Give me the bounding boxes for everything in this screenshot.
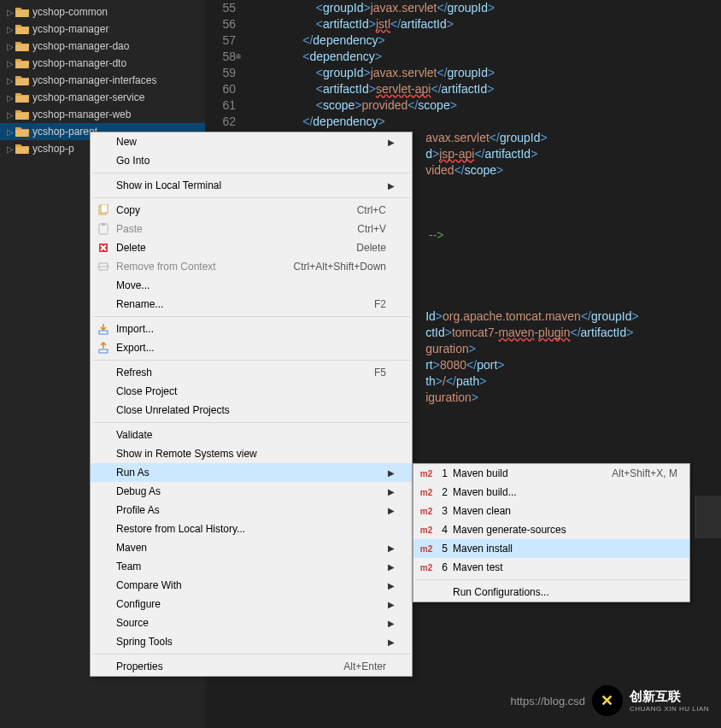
- menu-copy[interactable]: CopyCtrl+C: [91, 201, 412, 220]
- menu-profile-as[interactable]: Profile As▶: [91, 501, 412, 520]
- menu-item-label: Run As: [113, 467, 386, 478]
- tree-item-ycshop-manager-dao[interactable]: ▷ycshop-manager-dao: [0, 38, 205, 55]
- runas-maven-install[interactable]: m25Maven install: [413, 539, 689, 558]
- menu-run-as[interactable]: Run As▶: [91, 463, 412, 482]
- menu-item-label: Spring Tools: [113, 636, 386, 648]
- menu-item-label: Remove from Context: [113, 261, 294, 273]
- menu-close-project[interactable]: Close Project: [91, 382, 412, 401]
- runas-maven-generate-sources[interactable]: m24Maven generate-sources: [413, 520, 689, 539]
- submenu-arrow-icon: ▶: [386, 181, 395, 191]
- menu-show-in-local-terminal[interactable]: Show in Local Terminal▶: [91, 176, 412, 195]
- expand-arrow-icon[interactable]: ▷: [7, 59, 15, 68]
- menu-export-[interactable]: Export...: [91, 338, 412, 357]
- menu-item-label: Export...: [113, 342, 386, 354]
- run-configurations[interactable]: Run Configurations...: [413, 583, 689, 602]
- tree-item-label: ycshop-p: [32, 143, 74, 155]
- menu-import-[interactable]: Import...: [91, 320, 412, 338]
- menu-validate[interactable]: Validate: [91, 426, 412, 444]
- paste-icon: [94, 223, 113, 235]
- submenu-item-label: Maven test: [453, 561, 677, 573]
- menu-team[interactable]: Team▶: [91, 557, 412, 576]
- menu-item-label: Team: [113, 561, 386, 572]
- expand-arrow-icon[interactable]: ▷: [7, 25, 15, 34]
- menu-rename-[interactable]: Rename...F2: [91, 295, 412, 314]
- delete-icon: [94, 242, 113, 254]
- expand-arrow-icon[interactable]: ▷: [7, 42, 15, 51]
- menu-debug-as[interactable]: Debug As▶: [91, 482, 412, 501]
- remove-context-icon: [94, 261, 113, 273]
- menu-item-label: Debug As: [113, 485, 386, 497]
- tree-item-ycshop-common[interactable]: ▷ycshop-common: [0, 3, 205, 21]
- menu-item-shortcut: Delete: [356, 242, 386, 254]
- menu-source[interactable]: Source▶: [91, 614, 412, 632]
- expand-arrow-icon[interactable]: ▷: [7, 76, 15, 85]
- menu-item-shortcut: F5: [374, 367, 386, 379]
- menu-item-label: Rename...: [113, 298, 374, 310]
- menu-item-label: Refresh: [113, 367, 374, 379]
- menu-remove-from-context: Remove from ContextCtrl+Alt+Shift+Down: [91, 257, 412, 276]
- menu-item-shortcut: Ctrl+C: [357, 204, 386, 216]
- run-as-submenu[interactable]: m21Maven buildAlt+Shift+X, Mm22Maven bui…: [413, 463, 690, 602]
- menu-properties[interactable]: PropertiesAlt+Enter: [91, 657, 412, 676]
- runas-maven-build-[interactable]: m22Maven build...: [413, 483, 689, 502]
- menu-new[interactable]: New▶: [91, 132, 412, 151]
- expand-arrow-icon[interactable]: ▷: [7, 127, 15, 137]
- submenu-accelerator: 1: [436, 467, 448, 479]
- tree-item-label: ycshop-manager: [32, 23, 108, 35]
- menu-configure[interactable]: Configure▶: [91, 595, 412, 614]
- menu-maven[interactable]: Maven▶: [91, 538, 412, 557]
- tree-item-ycshop-manager-web[interactable]: ▷ycshop-manager-web: [0, 106, 205, 123]
- menu-show-in-remote-systems-view[interactable]: Show in Remote Systems view: [91, 444, 412, 463]
- menu-spring-tools[interactable]: Spring Tools▶: [91, 632, 412, 651]
- runas-maven-test[interactable]: m26Maven test: [413, 558, 689, 577]
- export-icon: [94, 342, 113, 354]
- tree-item-label: ycshop-parent: [32, 126, 97, 138]
- menu-separator: [92, 360, 410, 361]
- tree-item-ycshop-manager-dto[interactable]: ▷ycshop-manager-dto: [0, 55, 205, 72]
- menu-refresh[interactable]: RefreshF5: [91, 363, 412, 382]
- folder-icon: [15, 143, 29, 155]
- menu-compare-with[interactable]: Compare With▶: [91, 576, 412, 595]
- expand-arrow-icon[interactable]: ▷: [7, 93, 15, 103]
- menu-delete[interactable]: DeleteDelete: [91, 238, 412, 257]
- watermark-logo: ✕: [592, 685, 623, 716]
- folder-icon: [15, 40, 29, 52]
- submenu-item-label: Maven install: [453, 543, 677, 555]
- menu-restore-from-local-history-[interactable]: Restore from Local History...: [91, 520, 412, 538]
- submenu-arrow-icon: ▶: [386, 637, 395, 647]
- menu-move-[interactable]: Move...: [91, 276, 412, 295]
- maven-icon: m2: [417, 469, 436, 478]
- expand-arrow-icon[interactable]: ▷: [7, 8, 15, 17]
- menu-item-label: Close Unrelated Projects: [113, 404, 386, 416]
- menu-go-into[interactable]: Go Into: [91, 151, 412, 170]
- runas-maven-build[interactable]: m21Maven buildAlt+Shift+X, M: [413, 464, 689, 483]
- menu-item-label: Restore from Local History...: [113, 523, 386, 535]
- menu-separator: [92, 422, 410, 423]
- menu-item-shortcut: Alt+Enter: [343, 660, 386, 672]
- line-gutter: 5556575859606162: [205, 0, 243, 130]
- menu-paste: PasteCtrl+V: [91, 220, 412, 238]
- submenu-arrow-icon: ▶: [386, 506, 395, 515]
- watermark-url: https://blog.csd: [511, 695, 585, 707]
- tree-item-ycshop-manager-interfaces[interactable]: ▷ycshop-manager-interfaces: [0, 72, 205, 89]
- menu-item-label: Show in Remote Systems view: [113, 448, 386, 460]
- expand-arrow-icon[interactable]: ▷: [7, 144, 15, 154]
- menu-separator: [415, 579, 688, 580]
- submenu-item-label: Maven generate-sources: [453, 524, 677, 536]
- context-menu[interactable]: New▶Go IntoShow in Local Terminal▶CopyCt…: [90, 132, 413, 677]
- menu-item-label: Show in Local Terminal: [113, 179, 386, 191]
- copy-icon: [94, 204, 113, 216]
- tree-item-ycshop-manager[interactable]: ▷ycshop-manager: [0, 21, 205, 38]
- menu-separator: [92, 316, 410, 317]
- expand-arrow-icon[interactable]: ▷: [7, 110, 15, 120]
- tree-item-label: ycshop-manager-dao: [32, 40, 129, 52]
- menu-close-unrelated-projects[interactable]: Close Unrelated Projects: [91, 401, 412, 420]
- import-icon: [94, 323, 113, 335]
- maven-icon: m2: [417, 563, 436, 572]
- tree-item-ycshop-manager-service[interactable]: ▷ycshop-manager-service: [0, 89, 205, 106]
- runas-maven-clean[interactable]: m23Maven clean: [413, 502, 689, 520]
- svg-rect-1: [101, 204, 108, 213]
- submenu-arrow-icon: ▶: [386, 543, 395, 553]
- menu-separator: [92, 197, 410, 198]
- svg-rect-3: [102, 223, 105, 226]
